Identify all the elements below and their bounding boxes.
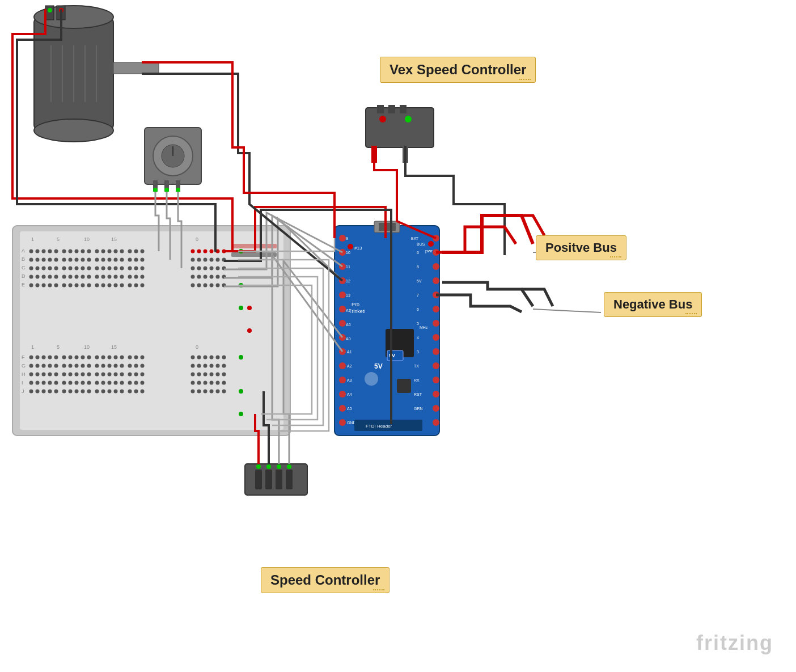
svg-point-329 <box>216 373 220 377</box>
svg-text:10: 10 <box>84 344 90 350</box>
svg-point-232 <box>87 284 91 288</box>
svg-point-212 <box>114 275 118 279</box>
svg-point-209 <box>95 275 99 279</box>
svg-point-168 <box>141 258 145 262</box>
svg-text:5V: 5V <box>417 279 422 283</box>
svg-point-311 <box>54 373 58 377</box>
svg-rect-17 <box>153 180 158 192</box>
svg-point-322 <box>128 373 132 377</box>
svg-point-374 <box>197 390 201 394</box>
svg-text:E: E <box>22 282 25 288</box>
svg-point-231 <box>81 284 85 288</box>
svg-point-328 <box>210 373 214 377</box>
svg-point-43 <box>339 249 346 256</box>
svg-point-382 <box>239 355 243 360</box>
svg-point-219 <box>204 275 208 279</box>
svg-point-156 <box>62 258 66 262</box>
svg-point-340 <box>87 381 91 385</box>
svg-point-375 <box>204 390 208 394</box>
svg-point-297 <box>120 364 124 368</box>
svg-point-268 <box>87 356 91 360</box>
svg-point-359 <box>54 390 58 394</box>
svg-point-335 <box>54 381 58 385</box>
svg-point-379 <box>239 249 243 253</box>
svg-point-2 <box>34 119 113 142</box>
svg-point-59 <box>433 277 439 284</box>
svg-point-66 <box>433 377 439 383</box>
svg-point-308 <box>36 373 40 377</box>
svg-point-141 <box>120 250 124 253</box>
svg-point-203 <box>54 275 58 279</box>
vex-speed-controller-top <box>366 105 434 163</box>
svg-point-352 <box>210 381 214 385</box>
svg-point-199 <box>29 275 33 279</box>
svg-text:pwr: pwr <box>425 248 433 253</box>
svg-point-42 <box>339 235 346 242</box>
svg-point-368 <box>114 390 118 394</box>
svg-text:Pro: Pro <box>352 302 359 307</box>
svg-point-286 <box>48 364 52 368</box>
svg-point-369 <box>120 390 124 394</box>
svg-point-240 <box>141 284 145 288</box>
svg-point-223 <box>29 284 33 288</box>
svg-point-229 <box>69 284 73 288</box>
svg-point-354 <box>222 381 226 385</box>
svg-rect-13 <box>145 128 201 184</box>
svg-text:8: 8 <box>417 265 419 269</box>
svg-point-366 <box>101 390 105 394</box>
svg-point-184 <box>87 267 91 271</box>
svg-point-361 <box>69 390 73 394</box>
svg-rect-19 <box>176 180 180 192</box>
svg-point-376 <box>210 390 214 394</box>
svg-text:#13: #13 <box>354 246 362 251</box>
svg-point-11 <box>48 8 52 12</box>
svg-point-317 <box>95 373 99 377</box>
svg-point-151 <box>29 258 33 262</box>
svg-rect-103 <box>397 379 411 393</box>
svg-point-277 <box>191 356 195 360</box>
svg-point-237 <box>120 284 124 288</box>
svg-point-68 <box>433 405 439 412</box>
svg-point-65 <box>433 362 439 369</box>
svg-point-15 <box>162 145 184 167</box>
svg-point-342 <box>101 381 105 385</box>
svg-text:1: 1 <box>31 236 34 242</box>
svg-point-275 <box>134 356 138 360</box>
svg-text:9: 9 <box>346 236 348 240</box>
svg-rect-3 <box>113 62 159 74</box>
svg-point-282 <box>222 356 226 360</box>
svg-point-301 <box>191 364 195 368</box>
potentiometer <box>145 128 201 192</box>
svg-text:10: 10 <box>346 251 350 255</box>
svg-text:6: 6 <box>417 307 419 311</box>
svg-point-283 <box>29 364 33 368</box>
svg-point-58 <box>433 263 439 270</box>
svg-point-344 <box>114 381 118 385</box>
svg-point-111 <box>256 464 261 469</box>
svg-point-213 <box>120 275 124 279</box>
svg-point-208 <box>87 275 91 279</box>
svg-point-385 <box>247 306 252 310</box>
svg-point-143 <box>134 250 138 253</box>
svg-point-309 <box>42 373 46 377</box>
svg-text:I: I <box>22 380 23 386</box>
svg-point-350 <box>197 381 201 385</box>
motor-component <box>34 6 159 142</box>
svg-point-289 <box>69 364 73 368</box>
svg-point-128 <box>36 250 40 253</box>
svg-point-131 <box>54 250 58 253</box>
svg-point-334 <box>48 381 52 385</box>
svg-point-262 <box>48 356 52 360</box>
svg-text:A5: A5 <box>347 407 352 411</box>
svg-point-163 <box>108 258 112 262</box>
svg-rect-107 <box>255 470 262 489</box>
svg-point-179 <box>54 267 58 271</box>
svg-point-153 <box>42 258 46 262</box>
svg-point-269 <box>95 356 99 360</box>
svg-text:11: 11 <box>346 265 350 269</box>
speed-controller-label: Speed Controller <box>261 567 389 593</box>
svg-point-36 <box>348 244 353 250</box>
svg-point-192 <box>141 267 145 271</box>
svg-point-323 <box>134 373 138 377</box>
svg-point-242 <box>197 284 201 288</box>
